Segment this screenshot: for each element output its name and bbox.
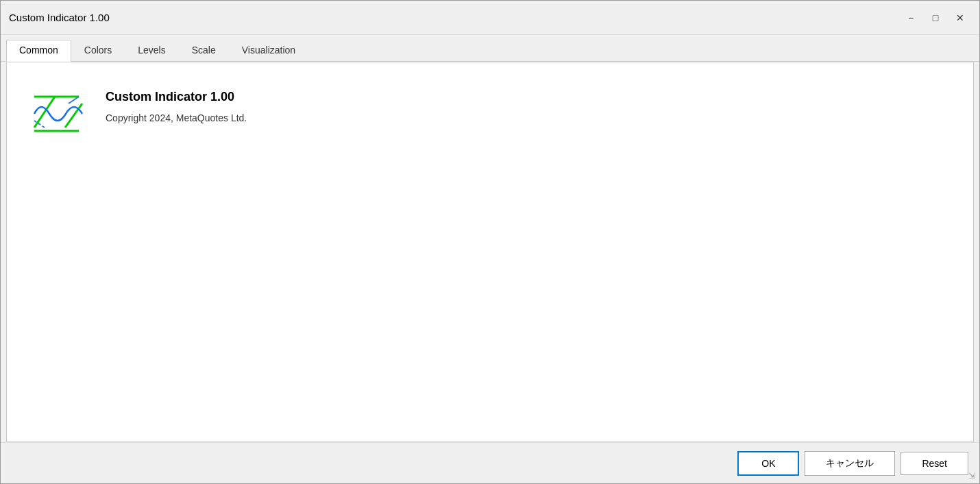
content-area: Custom Indicator 1.00 Copyright 2024, Me… [6,62,974,442]
reset-button[interactable]: Reset [901,452,968,475]
indicator-icon [27,83,89,145]
indicator-copyright: Copyright 2024, MetaQuotes Ltd. [106,112,247,123]
tab-common[interactable]: Common [6,40,71,62]
resize-handle[interactable]: ⇲ [968,471,975,481]
title-bar: Custom Indicator 1.00 − □ ✕ [1,1,979,35]
window-title: Custom Indicator 1.00 [9,12,110,23]
footer-wrapper: OK キャンセル Reset ⇲ [1,442,979,483]
tab-colors[interactable]: Colors [71,40,125,62]
indicator-details: Custom Indicator 1.00 Copyright 2024, Me… [106,83,247,123]
ok-button[interactable]: OK [737,451,799,476]
tab-levels[interactable]: Levels [125,40,178,62]
svg-line-2 [34,97,55,128]
tab-bar: Common Colors Levels Scale Visualization [1,35,979,62]
main-window: Custom Indicator 1.00 − □ ✕ Common Color… [0,0,980,484]
indicator-name: Custom Indicator 1.00 [106,90,247,104]
footer: OK キャンセル Reset [1,442,979,483]
tab-visualization[interactable]: Visualization [229,40,308,62]
maximize-button[interactable]: □ [924,9,946,27]
title-bar-controls: − □ ✕ [900,9,971,27]
tab-scale[interactable]: Scale [179,40,229,62]
close-button[interactable]: ✕ [949,9,971,27]
indicator-info: Custom Indicator 1.00 Copyright 2024, Me… [27,83,953,145]
cancel-button[interactable]: キャンセル [805,451,895,476]
minimize-button[interactable]: − [900,9,922,27]
